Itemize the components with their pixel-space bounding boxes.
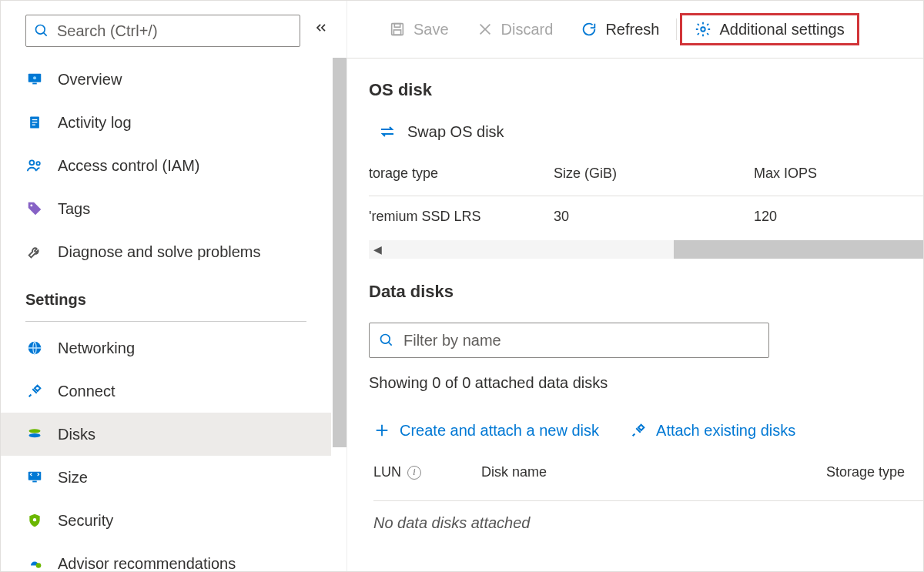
svg-point-18 bbox=[36, 563, 42, 568]
attach-existing-disk-button[interactable]: Attach existing disks bbox=[630, 420, 795, 441]
svg-point-4 bbox=[33, 76, 36, 79]
sidebar-item-label: Activity log bbox=[58, 112, 132, 133]
cell-storage-type: 'remium SSD LRS bbox=[369, 207, 554, 226]
search-placeholder: Search (Ctrl+/) bbox=[57, 20, 158, 42]
sidebar-item-label: Networking bbox=[58, 337, 135, 359]
sidebar-item-activity-log[interactable]: Activity log bbox=[1, 101, 331, 144]
shield-icon bbox=[25, 511, 44, 530]
data-disks-heading: Data disks bbox=[369, 280, 923, 304]
sidebar-item-label: Advisor recommendations bbox=[58, 553, 236, 571]
cell-max-iops: 120 bbox=[754, 207, 923, 226]
toolbar: Save Discard Refresh Additional settings bbox=[347, 1, 923, 59]
svg-point-9 bbox=[29, 160, 34, 165]
log-icon bbox=[25, 113, 44, 132]
info-icon[interactable]: i bbox=[407, 466, 421, 480]
svg-rect-16 bbox=[32, 481, 37, 483]
sidebar-item-networking[interactable]: Networking bbox=[1, 326, 331, 370]
filter-placeholder: Filter by name bbox=[403, 329, 501, 351]
sidebar-item-label: Tags bbox=[58, 198, 90, 219]
os-disk-heading: OS disk bbox=[369, 79, 923, 102]
button-label: Save bbox=[413, 18, 449, 40]
sidebar-item-tags[interactable]: Tags bbox=[1, 187, 331, 230]
svg-point-17 bbox=[33, 518, 36, 521]
svg-rect-3 bbox=[32, 83, 37, 85]
sidebar-item-disks[interactable]: Disks bbox=[1, 413, 331, 456]
svg-rect-15 bbox=[28, 472, 42, 480]
svg-rect-6 bbox=[32, 119, 38, 120]
advisor-icon bbox=[25, 554, 44, 571]
wrench-icon bbox=[25, 243, 44, 261]
collapse-sidebar-button[interactable] bbox=[310, 20, 333, 41]
create-attach-disk-button[interactable]: Create and attach a new disk bbox=[373, 420, 599, 441]
sidebar-item-access-control[interactable]: Access control (IAM) bbox=[1, 144, 331, 187]
svg-rect-20 bbox=[394, 24, 400, 28]
sidebar-item-diagnose[interactable]: Diagnose and solve problems bbox=[1, 230, 331, 273]
os-disk-row[interactable]: 'remium SSD LRS 30 120 bbox=[369, 196, 923, 237]
settings-section-header: Settings bbox=[1, 273, 331, 316]
scroll-left-arrow[interactable]: ◀ bbox=[373, 243, 382, 258]
col-size: Size (GiB) bbox=[554, 164, 754, 183]
disks-icon bbox=[25, 425, 44, 443]
close-icon bbox=[477, 21, 494, 38]
refresh-button[interactable]: Refresh bbox=[567, 15, 673, 43]
sidebar-item-size[interactable]: Size bbox=[1, 456, 331, 499]
swap-os-disk-button[interactable]: Swap OS disk bbox=[378, 121, 923, 142]
svg-point-13 bbox=[29, 429, 41, 433]
discard-button[interactable]: Discard bbox=[463, 15, 567, 43]
tag-icon bbox=[25, 199, 44, 218]
svg-line-1 bbox=[44, 33, 47, 36]
plug-icon bbox=[25, 382, 44, 400]
svg-point-10 bbox=[36, 162, 39, 165]
sidebar: Search (Ctrl+/) Overview Activity log Ac… bbox=[1, 1, 347, 571]
swap-icon bbox=[378, 122, 397, 141]
save-icon bbox=[389, 21, 406, 38]
svg-point-25 bbox=[381, 334, 390, 343]
sidebar-item-security[interactable]: Security bbox=[1, 499, 331, 542]
svg-point-24 bbox=[701, 27, 706, 32]
main-content: Save Discard Refresh Additional settings… bbox=[347, 1, 923, 571]
globe-icon bbox=[25, 339, 44, 357]
button-label: Additional settings bbox=[719, 18, 844, 40]
people-icon bbox=[25, 156, 44, 175]
empty-state: No data disks attached bbox=[373, 500, 923, 534]
sidebar-item-label: Disks bbox=[58, 423, 95, 445]
search-icon bbox=[379, 333, 394, 348]
scrollbar-thumb[interactable] bbox=[674, 240, 923, 259]
sidebar-item-label: Access control (IAM) bbox=[58, 155, 199, 176]
save-button[interactable]: Save bbox=[375, 15, 463, 43]
sidebar-item-label: Size bbox=[58, 467, 88, 488]
refresh-icon bbox=[581, 21, 598, 38]
plug-icon bbox=[630, 422, 647, 439]
col-storage-type: torage type bbox=[369, 164, 554, 183]
scrollbar-thumb[interactable] bbox=[333, 58, 346, 447]
plus-icon bbox=[373, 422, 390, 439]
search-input[interactable]: Search (Ctrl+/) bbox=[25, 15, 300, 47]
svg-point-0 bbox=[36, 25, 45, 35]
svg-rect-21 bbox=[393, 30, 400, 35]
svg-line-26 bbox=[389, 342, 392, 345]
sidebar-item-connect[interactable]: Connect bbox=[1, 370, 331, 413]
sidebar-item-overview[interactable]: Overview bbox=[1, 58, 331, 101]
cell-size: 30 bbox=[554, 207, 754, 226]
svg-rect-8 bbox=[32, 125, 35, 125]
sidebar-item-label: Security bbox=[58, 510, 113, 531]
sidebar-item-advisor[interactable]: Advisor recommendations bbox=[1, 542, 331, 571]
search-icon bbox=[34, 23, 49, 38]
svg-point-14 bbox=[29, 433, 41, 437]
size-icon bbox=[25, 468, 44, 487]
data-disk-headers: LUNi Disk name Storage type bbox=[373, 463, 923, 493]
col-lun: LUN bbox=[373, 463, 401, 482]
col-storage-type: Storage type bbox=[800, 463, 923, 482]
col-disk-name: Disk name bbox=[481, 463, 800, 482]
svg-rect-7 bbox=[32, 122, 38, 122]
sidebar-scrollbar[interactable] bbox=[333, 58, 346, 571]
svg-point-11 bbox=[30, 204, 32, 206]
button-label: Attach existing disks bbox=[656, 420, 795, 441]
os-disk-table: torage type Size (GiB) Max IOPS 'remium … bbox=[369, 164, 923, 237]
divider bbox=[25, 321, 306, 322]
horizontal-scrollbar[interactable]: ◀ bbox=[369, 240, 923, 259]
additional-settings-button[interactable]: Additional settings bbox=[680, 13, 859, 45]
filter-input[interactable]: Filter by name bbox=[369, 323, 769, 358]
button-label: Swap OS disk bbox=[407, 121, 504, 142]
toolbar-separator bbox=[676, 18, 677, 40]
